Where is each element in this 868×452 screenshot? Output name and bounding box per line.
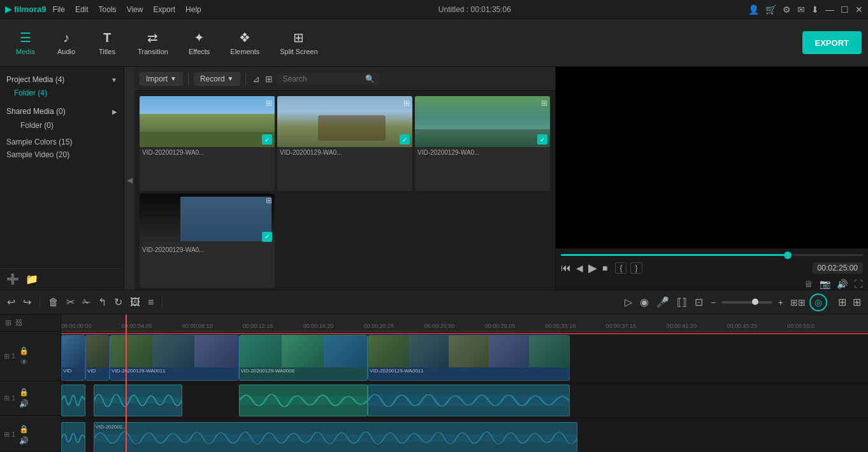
clip-label-5: VID-20200129-WA0011 — [368, 367, 569, 374]
open-folder-icon[interactable]: 📁 — [25, 273, 38, 285]
preview-handle[interactable] — [784, 251, 792, 259]
track-volume-icon-audio1[interactable]: 🔊 — [19, 399, 29, 408]
stabilize-icon[interactable]: ⟦⟧ — [675, 294, 689, 310]
media-item-4[interactable]: ⊞ ✓ VID-20200129-WA0... — [140, 194, 275, 288]
fullscreen-preview-icon[interactable]: 🖥 — [804, 279, 813, 289]
shared-media-header[interactable]: Shared Media (0) ▶ — [6, 105, 117, 118]
timeline-view-button[interactable]: ◎ — [809, 293, 827, 311]
import-button[interactable]: Import ▼ — [140, 72, 183, 86]
menu-view[interactable]: View — [127, 5, 143, 14]
link-icon[interactable]: ⛓ — [15, 318, 23, 327]
audio-adjust-button[interactable]: ≡ — [146, 295, 156, 310]
plus-zoom[interactable]: + — [776, 295, 785, 309]
toolbar-media[interactable]: ☰ Media — [6, 26, 45, 59]
sample-video-item[interactable]: Sample Video (20) — [0, 148, 124, 161]
preview-back-button[interactable]: ◀ — [576, 263, 583, 273]
speed-icon[interactable]: ▷ — [623, 294, 634, 310]
preview-stop-button[interactable]: ■ — [602, 263, 607, 273]
audio-seg-3[interactable] — [239, 385, 368, 416]
trim-button[interactable]: ↰ — [96, 294, 108, 310]
preview-prev-button[interactable]: ⏮ — [561, 262, 571, 274]
cut-button[interactable]: ✂ — [64, 294, 76, 310]
add-marker-icon[interactable]: ⊞ — [5, 318, 11, 327]
preview-play-button[interactable]: ▶ — [588, 261, 597, 275]
crop-button[interactable]: 🖼 — [128, 295, 142, 310]
track-lock-icon-video1[interactable]: 🔒 — [19, 346, 29, 355]
download-icon[interactable]: ⬇ — [811, 4, 819, 15]
track-visibility-icon-video1[interactable]: 👁 — [20, 358, 28, 367]
toolbar-effects[interactable]: ✦ Effects — [180, 26, 219, 59]
media-item-2[interactable]: ⊞ ✓ VID-20200129-WA0... — [277, 96, 412, 191]
zoom-handle[interactable] — [752, 299, 758, 305]
menu-help[interactable]: Help — [185, 5, 201, 14]
toolbar-splitscreen[interactable]: ⊞ Split Screen — [271, 26, 326, 59]
add-audio-track-button[interactable]: ⊞ — [851, 294, 863, 310]
voice-icon[interactable]: 🎤 — [655, 294, 671, 310]
preview-timeline[interactable] — [561, 254, 863, 256]
folder-4-item[interactable]: Folder (4) — [14, 87, 117, 99]
toolbar-titles[interactable]: T Titles — [88, 27, 126, 59]
user-icon[interactable]: 👤 — [748, 4, 759, 15]
video-clip-1[interactable]: VID — [61, 335, 85, 381]
record-button[interactable]: Record ▼ — [194, 72, 240, 86]
screenshot-icon[interactable]: 📷 — [820, 279, 830, 289]
audio-seg-1[interactable] — [61, 385, 85, 416]
add-folder-icon[interactable]: ➕ — [6, 273, 19, 285]
close-button[interactable]: ✕ — [855, 4, 863, 15]
menu-export[interactable]: Export — [153, 5, 175, 14]
timeline-ruler-and-tracks[interactable]: 00:00:00:00 00:00:04:05 00:00:08:10 00:0… — [61, 314, 868, 452]
search-input[interactable] — [283, 74, 361, 83]
shared-media-label: Shared Media (0) — [6, 107, 66, 116]
toolbar-elements[interactable]: ❖ Elements — [221, 26, 268, 59]
clip-out-button[interactable]: } — [630, 262, 642, 274]
menu-tools[interactable]: Tools — [99, 5, 117, 14]
fit-icon[interactable]: ⛶ — [854, 279, 863, 289]
maximize-button[interactable]: ☐ — [841, 4, 849, 15]
settings-icon[interactable]: ⚙ — [783, 4, 791, 15]
toolbar-audio[interactable]: ♪ Audio — [47, 27, 85, 59]
split-button[interactable]: ✁ — [80, 294, 92, 310]
minus-zoom[interactable]: − — [709, 295, 718, 309]
storyboard-button[interactable]: ⊞⊞ — [789, 293, 807, 311]
folder-0-item[interactable]: Folder (0) — [14, 119, 117, 132]
delete-button[interactable]: 🗑 — [47, 295, 61, 310]
filter-icon[interactable]: ⊿ — [252, 74, 260, 84]
menu-edit[interactable]: Edit — [75, 5, 89, 14]
pip-icon[interactable]: ⊡ — [693, 294, 705, 310]
grid-view-icon[interactable]: ⊞ — [265, 74, 273, 84]
cart-icon[interactable]: 🛒 — [765, 4, 776, 15]
volume-icon[interactable]: 🔊 — [837, 279, 848, 289]
rotate-button[interactable]: ↻ — [112, 294, 124, 310]
video-clip-2[interactable]: VID — [85, 335, 110, 381]
video-clip-3[interactable]: VID-20200129-WA0011 — [110, 335, 239, 381]
export-button[interactable]: EXPORT — [802, 31, 862, 54]
track-volume-icon-audio2[interactable]: 🔊 — [19, 436, 29, 445]
toolbar-transition[interactable]: ⇄ Transition — [129, 26, 177, 59]
track-lock-icon-audio1[interactable]: 🔒 — [19, 388, 29, 397]
media-check-3: ✓ — [537, 134, 547, 145]
color-icon[interactable]: ◉ — [638, 294, 651, 310]
add-video-track-button[interactable]: ⊞ — [836, 294, 848, 310]
menu-file[interactable]: File — [53, 5, 65, 14]
track-lock-icon-audio2[interactable]: 🔒 — [19, 425, 29, 434]
minimize-button[interactable]: — — [825, 4, 834, 15]
video-clip-5[interactable]: VID-20200129-WA0011 — [368, 335, 570, 381]
sample-colors-item[interactable]: Sample Colors (15) — [0, 136, 124, 148]
search-box[interactable]: 🔍 — [278, 73, 380, 85]
audio-seg-4[interactable] — [368, 385, 570, 416]
redo-button[interactable]: ↪ — [21, 294, 33, 310]
mail-icon[interactable]: ✉ — [797, 4, 805, 15]
video-clip-4[interactable]: VID-20200129-WA0008 — [239, 335, 368, 381]
media-item-1[interactable]: ⊞ ✓ VID-20200129-WA0... — [140, 96, 275, 191]
audio-seg-6[interactable]: VID-202001... — [94, 422, 578, 452]
audio-seg-5[interactable] — [61, 422, 85, 452]
media-item-3[interactable]: ⊞ ✓ VID-20200129-WA0... — [415, 96, 550, 191]
zoom-slider[interactable] — [721, 301, 772, 304]
project-media-header[interactable]: Project Media (4) ▼ — [6, 73, 117, 86]
collapse-panel-button[interactable]: ◀ — [124, 67, 134, 293]
audio-seg-2[interactable] — [94, 385, 182, 416]
media-icon: ☰ — [20, 30, 31, 45]
title-bar: ▶ filmora9 File Edit Tools View Export H… — [0, 0, 868, 19]
undo-button[interactable]: ↩ — [5, 294, 17, 310]
clip-in-button[interactable]: { — [615, 262, 626, 274]
